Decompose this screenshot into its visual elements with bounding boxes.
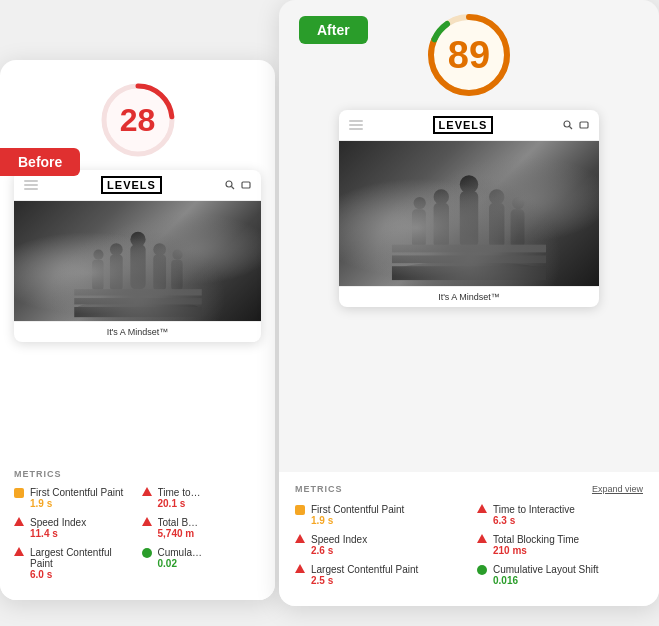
- svg-rect-36: [392, 244, 546, 252]
- svg-point-31: [414, 197, 426, 209]
- after-phone-mockup: LEVELS: [339, 110, 599, 307]
- after-lcp-name: Largest Contentful Paint: [311, 564, 418, 575]
- after-score-number: 89: [448, 34, 490, 77]
- before-si-name: Speed Index: [30, 517, 86, 528]
- after-tti-value: 6.3 s: [493, 515, 575, 526]
- before-fcp-value: 1.9 s: [30, 498, 123, 509]
- svg-rect-18: [74, 307, 202, 317]
- before-metrics-section: METRICS First Contentful Paint 1.9 s: [0, 457, 275, 600]
- after-red-triangle-icon: [295, 534, 305, 543]
- after-tbt-value: 210 ms: [493, 545, 579, 556]
- after-phone-header-icons: [563, 120, 589, 130]
- svg-point-35: [512, 197, 524, 209]
- before-phone-caption: It's A Mindset™: [14, 321, 261, 342]
- before-card: 28 Before LEVELS: [0, 60, 275, 600]
- phone-logo: LEVELS: [101, 176, 162, 194]
- after-menu-icon: [349, 120, 363, 130]
- after-card: After 89 LEVELS: [279, 0, 659, 606]
- svg-point-33: [489, 189, 504, 204]
- before-metrics-left: First Contentful Paint 1.9 s Speed Index…: [14, 487, 134, 588]
- after-si-value: 2.6 s: [311, 545, 367, 556]
- before-fcp-name: First Contentful Paint: [30, 487, 123, 498]
- before-score-circle: 28: [98, 80, 178, 160]
- before-metric-cls: Cumula… 0.02: [142, 547, 262, 569]
- phone-image-before: [14, 201, 261, 321]
- after-fcp-name: First Contentful Paint: [311, 504, 404, 515]
- after-metrics-left: First Contentful Paint 1.9 s Speed Index…: [295, 504, 461, 594]
- before-metric-fcp: First Contentful Paint 1.9 s: [14, 487, 134, 509]
- after-metric-tbt: Total Blocking Time 210 ms: [477, 534, 643, 556]
- svg-rect-38: [392, 266, 546, 280]
- after-metric-lcp: Largest Contentful Paint 2.5 s: [295, 564, 461, 586]
- svg-rect-6: [130, 245, 145, 290]
- svg-line-3: [231, 187, 234, 190]
- after-green-circle-icon: [477, 565, 487, 575]
- after-orange-square-icon: [295, 505, 305, 515]
- after-cls-name: Cumulative Layout Shift: [493, 564, 599, 575]
- before-phone-mockup: LEVELS: [14, 170, 261, 342]
- red-triangle-icon-4: [142, 517, 152, 526]
- svg-point-5: [76, 301, 198, 316]
- after-red-triangle-icon-4: [477, 534, 487, 543]
- expand-view-link[interactable]: Expand view: [592, 484, 643, 494]
- red-triangle-icon: [14, 517, 24, 526]
- before-metrics-right: Time to… 20.1 s Total B… 5,740 m: [142, 487, 262, 588]
- after-phone-header: LEVELS: [339, 110, 599, 141]
- svg-rect-17: [74, 298, 202, 304]
- before-label: Before: [0, 148, 80, 176]
- before-metrics-grid: First Contentful Paint 1.9 s Speed Index…: [14, 487, 261, 588]
- svg-rect-4: [242, 182, 250, 188]
- before-tbt-name: Total B…: [158, 517, 199, 528]
- svg-rect-37: [392, 255, 546, 263]
- before-score-number: 28: [120, 102, 156, 139]
- before-cls-value: 0.02: [158, 558, 202, 569]
- svg-point-9: [109, 243, 122, 256]
- svg-rect-14: [171, 260, 182, 291]
- svg-point-15: [172, 250, 182, 260]
- after-si-name: Speed Index: [311, 534, 367, 545]
- svg-point-27: [460, 175, 478, 193]
- phone-image-after: [339, 141, 599, 286]
- after-metrics-right: Time to Interactive 6.3 s Total Blocking…: [477, 504, 643, 594]
- orange-square-icon: [14, 488, 24, 498]
- before-tbt-value: 5,740 m: [158, 528, 199, 539]
- after-phone-caption: It's A Mindset™: [339, 286, 599, 307]
- svg-rect-16: [74, 289, 202, 295]
- before-metrics-label: METRICS: [14, 469, 261, 479]
- svg-rect-28: [434, 203, 449, 248]
- red-triangle-icon-3: [142, 487, 152, 496]
- svg-rect-24: [580, 122, 588, 128]
- before-tti-value: 20.1 s: [158, 498, 201, 509]
- svg-rect-30: [412, 209, 426, 248]
- after-lcp-value: 2.5 s: [311, 575, 418, 586]
- phone-header-icons: [225, 180, 251, 190]
- before-cls-name: Cumula…: [158, 547, 202, 558]
- svg-line-23: [569, 127, 572, 130]
- after-metrics-label: METRICS: [295, 484, 343, 494]
- before-si-value: 11.4 s: [30, 528, 86, 539]
- svg-rect-12: [153, 255, 166, 291]
- svg-point-13: [153, 243, 166, 256]
- after-phone-logo: LEVELS: [433, 116, 494, 134]
- after-cls-value: 0.016: [493, 575, 599, 586]
- before-tti-name: Time to…: [158, 487, 201, 498]
- before-lcp-value: 6.0 s: [30, 569, 134, 580]
- before-metric-lcp: Largest Contentful Paint 6.0 s: [14, 547, 134, 580]
- after-tbt-name: Total Blocking Time: [493, 534, 579, 545]
- before-metric-si: Speed Index 11.4 s: [14, 517, 134, 539]
- svg-rect-8: [109, 255, 122, 291]
- svg-point-2: [226, 181, 232, 187]
- svg-rect-10: [92, 260, 103, 291]
- svg-point-25: [395, 261, 543, 279]
- svg-point-29: [434, 189, 449, 204]
- before-lcp-name: Largest Contentful Paint: [30, 547, 134, 569]
- svg-point-11: [93, 250, 103, 260]
- svg-rect-34: [511, 209, 525, 248]
- after-metrics-grid: First Contentful Paint 1.9 s Speed Index…: [295, 504, 643, 594]
- after-metric-tti: Time to Interactive 6.3 s: [477, 504, 643, 526]
- svg-point-7: [130, 232, 145, 247]
- before-metric-tbt: Total B… 5,740 m: [142, 517, 262, 539]
- red-triangle-icon-2: [14, 547, 24, 556]
- after-metric-cls: Cumulative Layout Shift 0.016: [477, 564, 643, 586]
- svg-rect-32: [489, 203, 504, 248]
